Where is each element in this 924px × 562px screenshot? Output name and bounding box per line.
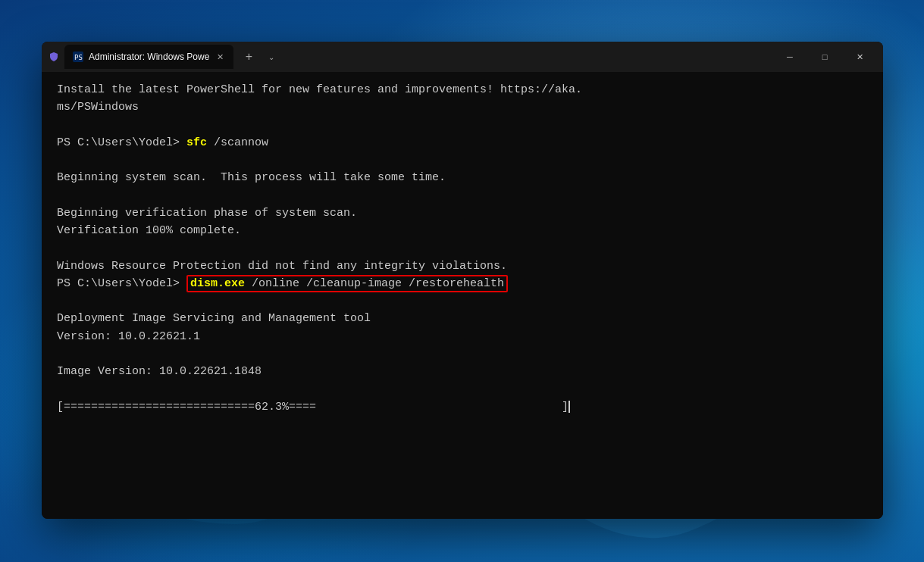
cursor (568, 401, 570, 413)
line-version: Version: 10.0.22621.1 (57, 328, 868, 345)
shield-icon (48, 51, 60, 63)
line-verif-1: Beginning verification phase of system s… (57, 205, 868, 222)
blank-4 (57, 239, 868, 257)
svg-text:PS: PS (74, 54, 83, 61)
line-prompt-dism: PS C:\Users\Yodel> dism.exe /online /cle… (57, 275, 868, 292)
line-2: ms/PSWindows (57, 98, 868, 116)
blank-3 (57, 187, 868, 205)
blank-1 (57, 117, 868, 134)
tab-title: Administrator: Windows Powe (89, 52, 209, 62)
tab-close-button[interactable]: ✕ (214, 51, 226, 63)
blank-6 (57, 345, 868, 363)
blank-5 (57, 292, 868, 310)
line-no-violations: Windows Resource Protection did not find… (57, 258, 868, 275)
blank-7 (57, 380, 868, 398)
line-verif-2: Verification 100% complete. (57, 222, 868, 239)
titlebar-left: PS Administrator: Windows Powe ✕ + ⌄ (48, 45, 772, 69)
line-progress: [============================62.3%==== ] (57, 398, 868, 416)
line-scan-start: Beginning system scan. This process will… (57, 169, 868, 186)
powershell-icon: PS (72, 51, 84, 63)
close-button[interactable]: ✕ (842, 45, 877, 69)
minimize-button[interactable]: ─ (772, 45, 807, 69)
line-image-version: Image Version: 10.0.22621.1848 (57, 363, 868, 380)
line-dism-tool: Deployment Image Servicing and Managemen… (57, 310, 868, 327)
titlebar: PS Administrator: Windows Powe ✕ + ⌄ ─ □… (42, 42, 883, 72)
maximize-button[interactable]: □ (807, 45, 842, 69)
tab-dropdown-button[interactable]: ⌄ (264, 49, 279, 64)
window-controls: ─ □ ✕ (772, 45, 877, 69)
new-tab-button[interactable]: + (238, 46, 259, 67)
terminal-window: PS Administrator: Windows Powe ✕ + ⌄ ─ □… (42, 42, 883, 519)
line-1: Install the latest PowerShell for new fe… (57, 81, 868, 98)
line-prompt-sfc: PS C:\Users\Yodel> sfc /scannow (57, 134, 868, 151)
active-tab[interactable]: PS Administrator: Windows Powe ✕ (64, 45, 233, 69)
terminal-output[interactable]: Install the latest PowerShell for new fe… (42, 72, 883, 519)
blank-2 (57, 151, 868, 169)
